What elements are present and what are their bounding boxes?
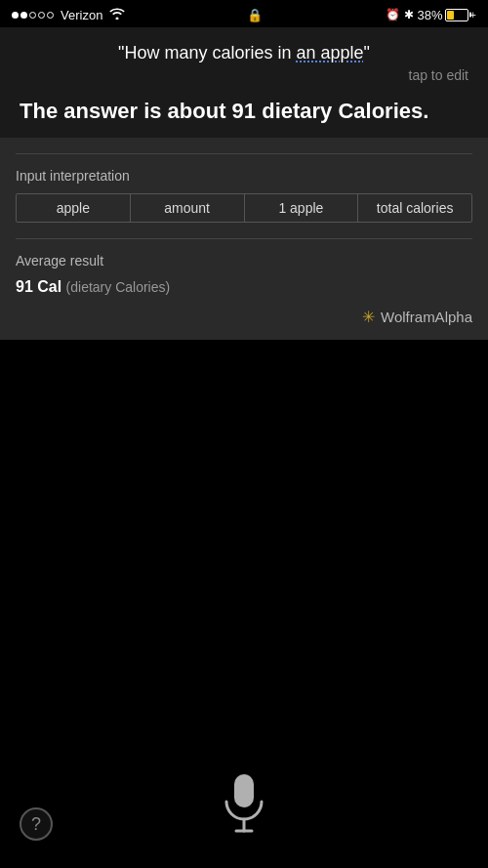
signal-dot-2	[20, 12, 27, 19]
alarm-icon: ⏰	[386, 8, 400, 21]
signal-dot-1	[12, 12, 19, 19]
interp-cell-apple: apple	[17, 194, 131, 222]
mic-button[interactable]	[215, 763, 273, 833]
wolfram-snowflake-icon: ✳	[362, 308, 375, 326]
help-button[interactable]: ?	[20, 807, 53, 841]
wolfram-card: Input interpretation apple amount 1 appl…	[0, 138, 488, 340]
average-result-label: Average result	[16, 253, 472, 269]
signal-dot-3	[29, 12, 36, 19]
status-left: Verizon	[12, 7, 125, 22]
carrier-label: Verizon	[61, 8, 102, 22]
status-right: ⏰ ✱ 38% +	[386, 8, 476, 22]
battery-container: 38% +	[418, 8, 476, 22]
wifi-icon	[109, 7, 125, 22]
signal-dot-5	[47, 12, 54, 19]
result-cal: 91 Cal	[16, 278, 61, 295]
status-center: 🔒	[247, 8, 263, 22]
microphone-icon	[223, 772, 265, 833]
query-underlined[interactable]: an apple	[296, 43, 363, 62]
input-interpretation-label: Input interpretation	[16, 168, 472, 184]
lock-icon: 🔒	[247, 8, 263, 22]
result-unit: (dietary Calories)	[66, 279, 171, 295]
wolfram-name: WolframAlpha	[381, 309, 472, 325]
divider	[16, 153, 472, 154]
svg-rect-0	[234, 774, 254, 807]
query-suffix: "	[364, 43, 370, 62]
signal-dot-4	[38, 12, 45, 19]
battery-percent: 38%	[418, 8, 443, 22]
divider-2	[16, 238, 472, 239]
answer-text: The answer is about 91 dietary Calories.	[20, 97, 468, 126]
result-value: 91 Cal (dietary Calories)	[16, 278, 472, 296]
wolfram-branding: ✳ WolframAlpha	[16, 308, 472, 326]
status-bar: Verizon 🔒 ⏰ ✱ 38% +	[0, 0, 488, 27]
interp-cell-total-calories: total calories	[358, 194, 471, 222]
query-prefix: "How many calories in	[118, 43, 296, 62]
tap-to-edit[interactable]: tap to edit	[20, 67, 468, 83]
bottom-area: ?	[0, 458, 488, 868]
battery-icon	[445, 9, 468, 21]
battery-fill	[447, 11, 455, 20]
interpretation-table: apple amount 1 apple total calories	[16, 193, 472, 223]
signal-strength	[12, 12, 54, 19]
bluetooth-icon: ✱	[404, 8, 414, 21]
siri-response-area: "How many calories in an apple" tap to e…	[0, 27, 488, 138]
interp-cell-1apple: 1 apple	[245, 194, 359, 222]
interp-cell-amount: amount	[131, 194, 245, 222]
query-text[interactable]: "How many calories in an apple"	[20, 43, 468, 63]
